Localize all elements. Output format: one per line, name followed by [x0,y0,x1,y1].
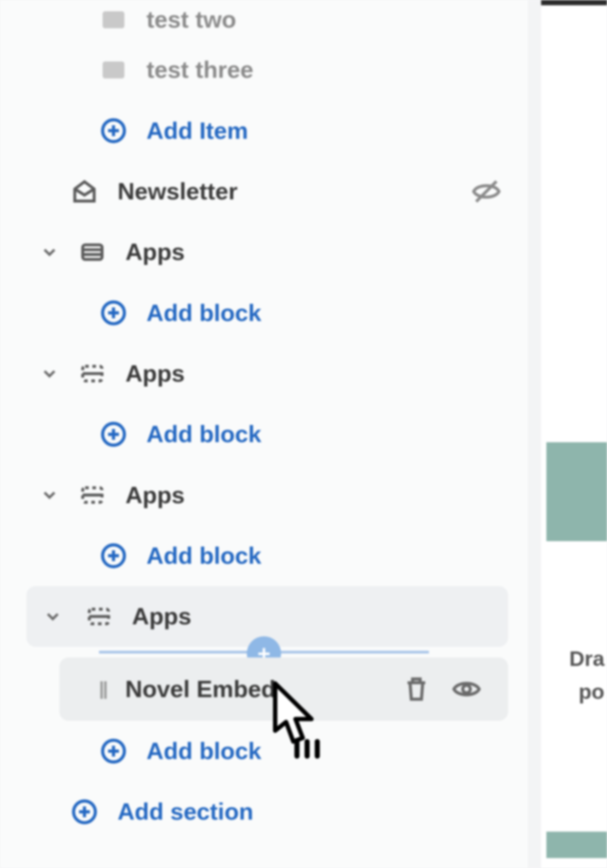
section-icon [85,602,113,631]
block-item-novel-embed[interactable]: || Novel Embed [59,657,508,721]
add-block-label: Add block [146,737,261,765]
section-icon [78,238,107,267]
add-item-label: Add Item [146,117,248,144]
theme-editor-sidebar: test two test three Add Item [0,0,528,868]
svg-rect-1 [103,61,124,78]
item-label: test three [146,56,254,84]
visibility-icon[interactable] [452,674,482,704]
add-section-label: Add section [118,798,254,826]
sidebar-section-apps-1[interactable]: Apps [0,222,528,283]
sidebar-item-test-three[interactable]: test three [0,40,528,100]
delete-icon[interactable] [401,674,432,704]
section-label: Apps [132,603,191,630]
svg-rect-6 [83,245,102,259]
block-icon [99,56,128,85]
add-block-label: Add block [146,299,261,326]
add-block-button-3[interactable]: Add block [0,525,528,586]
sidebar-section-apps-3[interactable]: Apps [0,465,528,525]
preview-text-fragment: po [579,680,604,704]
chevron-down-icon[interactable] [40,242,60,262]
section-icon [78,359,107,388]
plus-circle-icon [99,736,128,765]
svg-point-24 [463,685,471,693]
plus-circle-icon [99,298,128,327]
section-label: Apps [125,481,184,509]
preview-pane: Dra po [541,0,607,868]
item-label: test two [146,6,236,33]
plus-circle-icon [99,420,128,449]
svg-rect-0 [103,11,124,28]
plus-circle-icon [99,541,128,570]
section-label: Newsletter [118,178,238,205]
add-item-button[interactable]: Add Item [0,100,528,161]
newsletter-icon [70,177,99,206]
add-block-button-1[interactable]: Add block [0,283,528,343]
drag-handle-icon[interactable]: || [99,679,107,700]
plus-circle-icon [99,116,128,145]
block-insert-indicator[interactable]: + [99,651,429,654]
preview-banner-2 [546,832,607,858]
preview-text-fragment: Dra [569,647,604,671]
chevron-down-icon[interactable] [40,363,60,383]
block-icon [99,5,128,34]
plus-circle-icon [70,797,99,826]
block-label: Novel Embed [125,675,276,703]
sidebar-section-newsletter[interactable]: Newsletter [0,161,528,222]
chevron-down-icon[interactable] [40,485,60,505]
preview-banner [546,442,607,541]
sidebar-item-test-two[interactable]: test two [0,0,528,40]
add-block-label: Add block [146,420,261,448]
preview-card: Dra po [546,541,607,831]
sidebar-section-apps-2[interactable]: Apps [0,343,528,404]
add-block-label: Add block [146,542,261,570]
hidden-icon[interactable] [471,176,501,207]
preview-topbar [541,0,607,5]
chevron-down-icon[interactable] [43,607,63,627]
section-label: Apps [125,238,184,266]
section-label: Apps [125,360,184,387]
add-section-button[interactable]: Add section [0,782,528,842]
add-block-button-2[interactable]: Add block [0,404,528,465]
add-block-button-4[interactable]: Add block [0,721,528,781]
section-icon [78,481,107,509]
